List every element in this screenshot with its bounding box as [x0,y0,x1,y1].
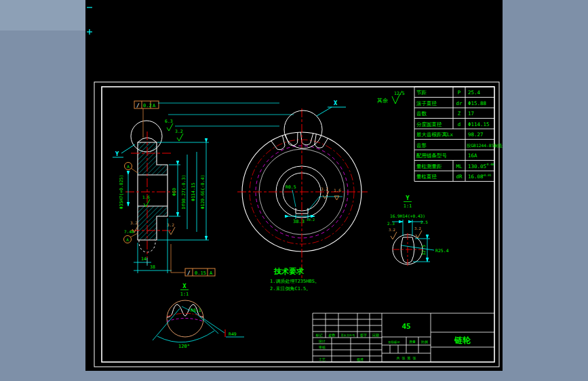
roughness-6-3: 6.3 [165,119,173,124]
dim-bore: Φ35H7(+0.025) [119,175,124,209]
runout-symbol-2: ∕ [187,270,191,276]
datum-letter-a: A [127,164,130,169]
param-name-2: 齿数 [416,111,427,117]
angle-120: 120° [178,344,190,349]
tech-req-title: 技术要求 [273,267,305,276]
tech-req-line2: 2.未注倒角C1.5。 [270,285,311,292]
keyway-roughness-2: 1.6 [334,188,341,193]
tech-req-line1: 1.调质处理T235HBS。 [270,279,319,284]
fillet-radius: R0.5 [286,184,296,190]
fcf-top-tolerance: 0.2 [143,103,152,108]
param-val-4: 98.27 [468,132,484,138]
desktop-corner-patch [0,0,85,31]
param-tol-7: -0.48 [485,163,494,166]
tb-label-check: 审核 [319,345,326,349]
tb-label-approve: 批准 [357,357,364,362]
detail-y-tag: Y [115,151,119,157]
tooth-width-dim: 16.9H14(+0.43) [390,214,425,218]
keyway-roughness-1: 3.2 [321,186,328,191]
dim-tip-diameter: Φ120.66(-0.4) [200,175,205,209]
param-name-0: 节距 [416,89,427,96]
param-sym-0: P [458,89,461,96]
outer-radius: R49 [229,332,237,337]
param-name-1: 滚子直径 [416,100,437,106]
roughness-3-2-a: 3.2 [175,129,183,134]
runout-symbol: ∕ [136,102,140,108]
roughness-bore: 1.6 [142,195,150,199]
cad-application-window: { "colors":{"bg_margin":"#7e90a8","canva… [0,0,588,381]
detail-x-scale: 1:1 [180,292,189,297]
cad-drawing-canvas[interactable]: 其余 12.5 Y ∕ 0.2 [0,0,588,381]
param-name-6: 配用链条型号 [416,153,448,159]
tb-label-process: 工艺 [319,357,326,361]
detail-y-roughness-right: 3.2 [414,226,421,230]
param-val-3: Φ114.15 [468,121,490,127]
dim-root-diameter: Df98.27(-0.3) [181,175,187,209]
roughness-3-2-c: 3.2 [167,222,174,227]
dim-14: 14 [141,256,146,262]
detail-y-roughness-left: 3.2 [389,228,395,232]
datum-letter-b: A [126,237,129,242]
param-val-7: 130.05 [468,163,486,169]
detail-y-title: Y [406,195,410,201]
param-name-3: 分度圆直径 [416,121,442,127]
tb-material: 45 [401,322,410,331]
keyway-depth-dim: 38.3 [293,219,305,224]
param-tol-8: +0.01 [482,174,492,177]
param-sym-2: Z [458,111,461,117]
param-sym-8: dR [456,174,463,180]
tb-label-mark: 标记 [315,333,323,338]
tb-label-count: 处数 [329,333,336,338]
param-name-4: 最大齿根距离Lx [416,132,454,138]
param-name-8: 量柱直径 [416,174,437,180]
detail-y-scale: 1:1 [404,203,412,209]
dim-38: 38 [150,264,155,270]
chamfer-right: 2.5 [420,220,428,224]
flank-radius: R8.1 [191,308,201,313]
param-sym-7: ML [456,163,463,169]
param-sym-3: d [458,121,461,127]
tb-label-design: 设计 [318,339,326,343]
param-val-1: Φ15.88 [468,100,487,106]
param-name-5: 齿形 [416,142,427,148]
detail-x-tag: X [334,100,338,106]
param-val-8: 16.08 [468,174,484,180]
param-val-0: 25.4 [468,89,481,96]
dim-hub-diameter: Φ60 [172,188,177,196]
param-val-5: 按GB1244-85制造 [467,143,503,148]
tb-sheet-info: 共 张 第 张 [396,356,416,361]
param-name-7: 量柱测量距 [416,163,442,169]
tb-label-sign: 签字 [360,333,367,338]
detail-x-title: X [182,283,187,289]
param-val-2: 17 [468,111,474,117]
tooth-depth-dim: 12.5 [421,245,427,256]
tb-label-mass: 质量 [409,340,416,344]
dim-pitch-diameter: Φ114.15 [191,182,196,201]
chamfer-left: 2.3 [387,221,395,226]
roughness-3-2-b: 3.2 [130,220,138,225]
tb-label-date: 日期 [372,333,379,338]
param-sym-1: dr [456,100,463,106]
fcf-bottom-tolerance: 0.15 [195,270,206,276]
param-val-6: 16A [468,153,477,159]
tb-part-name: 链轮 [454,336,471,345]
side-radius-dim: R25.4 [435,248,449,254]
tb-label-scale: 比例 [421,340,428,344]
keyway-depth-tol: +0.2 [307,218,315,222]
qiyu-label: 其余 [377,98,388,104]
small-dim: 7.48 [124,229,134,234]
tb-label-changefile: 更改文件号 [341,334,356,337]
